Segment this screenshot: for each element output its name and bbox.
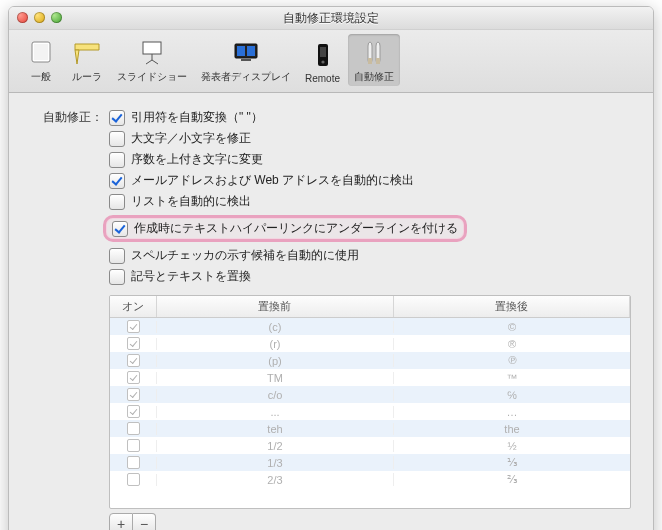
- table-row[interactable]: (c)©: [110, 318, 630, 335]
- cell-before[interactable]: c/o: [156, 389, 393, 401]
- checkbox-label: スペルチェッカの示す候補を自動的に使用: [131, 247, 359, 264]
- svg-line-6: [146, 60, 152, 64]
- remote-icon: [307, 39, 339, 71]
- toolbar-tab-presenter[interactable]: 発表者ディスプレイ: [195, 34, 297, 86]
- row-enable-checkbox[interactable]: [127, 337, 140, 350]
- header-before[interactable]: 置換前: [157, 296, 394, 317]
- table-row[interactable]: 1/2½: [110, 437, 630, 454]
- row-enable-checkbox[interactable]: [127, 320, 140, 333]
- toolbar-tab-autofix[interactable]: 自動修正: [348, 34, 400, 86]
- close-button[interactable]: [17, 12, 28, 23]
- minimize-button[interactable]: [34, 12, 45, 23]
- row-enable-checkbox[interactable]: [127, 473, 140, 486]
- zoom-button[interactable]: [51, 12, 62, 23]
- cell-after[interactable]: ½: [393, 440, 630, 452]
- toolbar-tab-remote[interactable]: Remote: [299, 37, 346, 86]
- checkbox-label: リストを自動的に検出: [131, 193, 251, 210]
- checkbox-fix-case[interactable]: [109, 131, 125, 147]
- cell-after[interactable]: ®: [393, 338, 630, 350]
- checkbox-label: メールアドレスおよび Web アドレスを自動的に検出: [131, 172, 414, 189]
- svg-rect-9: [237, 46, 245, 56]
- cell-before[interactable]: TM: [156, 372, 393, 384]
- row-enable-checkbox[interactable]: [127, 388, 140, 401]
- cell-before[interactable]: 1/3: [156, 457, 393, 469]
- svg-rect-11: [241, 59, 251, 61]
- toolbar-tab-label: ルーラ: [72, 70, 102, 84]
- toolbar-tab-label: 一般: [31, 70, 51, 84]
- ruler-icon: [71, 36, 103, 68]
- cell-after[interactable]: ©: [393, 321, 630, 333]
- header-on[interactable]: オン: [110, 296, 157, 317]
- svg-rect-10: [247, 46, 255, 56]
- table-row[interactable]: ...…: [110, 403, 630, 420]
- general-icon: [25, 36, 57, 68]
- cell-before[interactable]: (r): [156, 338, 393, 350]
- svg-rect-13: [320, 47, 326, 57]
- titlebar: 自動修正環境設定: [9, 7, 653, 30]
- row-enable-checkbox[interactable]: [127, 371, 140, 384]
- table-body[interactable]: (c)©(r)®(p)℗TM™c/o℅...…tehthe1/2½1/3⅓2/3…: [110, 318, 630, 508]
- checkbox-detect-lists[interactable]: [109, 194, 125, 210]
- row-enable-checkbox[interactable]: [127, 354, 140, 367]
- checkbox-label: 大文字／小文字を修正: [131, 130, 251, 147]
- cell-after[interactable]: …: [393, 406, 630, 418]
- table-row[interactable]: (p)℗: [110, 352, 630, 369]
- row-enable-checkbox[interactable]: [127, 456, 140, 469]
- checkbox-superscript[interactable]: [109, 152, 125, 168]
- cell-after[interactable]: ⅓: [393, 456, 630, 469]
- row-enable-checkbox[interactable]: [127, 439, 140, 452]
- svg-rect-16: [376, 58, 380, 64]
- checkbox-label: 記号とテキストを置換: [131, 268, 251, 285]
- check-row-spell-suggest: スペルチェッカの示す候補を自動的に使用: [109, 245, 631, 266]
- preferences-toolbar: 一般ルーラスライドショー発表者ディスプレイRemote自動修正: [9, 30, 653, 93]
- checkbox-smart-quotes[interactable]: [109, 110, 125, 126]
- check-row-replace-text: 記号とテキストを置換: [109, 266, 631, 287]
- table-row[interactable]: 1/3⅓: [110, 454, 630, 471]
- toolbar-tab-label: 発表者ディスプレイ: [201, 70, 291, 84]
- table-row[interactable]: tehthe: [110, 420, 630, 437]
- cell-before[interactable]: 1/2: [156, 440, 393, 452]
- check-row-fix-case: 大文字／小文字を修正: [109, 128, 631, 149]
- cell-before[interactable]: 2/3: [156, 474, 393, 486]
- check-row-smart-quotes: 引用符を自動変換（" "）: [109, 107, 631, 128]
- cell-after[interactable]: ℅: [393, 389, 630, 401]
- toolbar-tab-ruler[interactable]: ルーラ: [65, 34, 109, 86]
- table-row[interactable]: (r)®: [110, 335, 630, 352]
- check-row-detect-links: メールアドレスおよび Web アドレスを自動的に検出: [109, 170, 631, 191]
- cell-before[interactable]: (p): [156, 355, 393, 367]
- table-row[interactable]: 2/3⅔: [110, 471, 630, 488]
- replacement-table: オン 置換前 置換後 (c)©(r)®(p)℗TM™c/o℅...…tehthe…: [109, 295, 631, 509]
- window-title: 自動修正環境設定: [9, 10, 653, 27]
- checkbox-replace-text[interactable]: [109, 269, 125, 285]
- toolbar-tab-label: スライドショー: [117, 70, 187, 84]
- row-enable-checkbox[interactable]: [127, 422, 140, 435]
- cell-before[interactable]: ...: [156, 406, 393, 418]
- header-after[interactable]: 置換後: [394, 296, 631, 317]
- cell-after[interactable]: ™: [393, 372, 630, 384]
- checkbox-detect-links[interactable]: [109, 173, 125, 189]
- cell-before[interactable]: (c): [156, 321, 393, 333]
- cell-before[interactable]: teh: [156, 423, 393, 435]
- toolbar-tab-label: Remote: [305, 73, 340, 84]
- remove-row-button[interactable]: −: [133, 513, 156, 530]
- row-enable-checkbox[interactable]: [127, 405, 140, 418]
- presenter-icon: [230, 36, 262, 68]
- checkbox-underline-links[interactable]: [112, 221, 128, 237]
- cell-after[interactable]: ℗: [393, 354, 630, 367]
- section-label: 自動修正：: [31, 107, 109, 530]
- checkbox-spell-suggest[interactable]: [109, 248, 125, 264]
- cell-after[interactable]: ⅔: [393, 473, 630, 486]
- toolbar-tab-slideshow[interactable]: スライドショー: [111, 34, 193, 86]
- table-row[interactable]: c/o℅: [110, 386, 630, 403]
- svg-rect-1: [34, 44, 48, 60]
- checkbox-label: 序数を上付き文字に変更: [131, 151, 263, 168]
- traffic-lights: [17, 12, 62, 23]
- cell-after[interactable]: the: [393, 423, 630, 435]
- checkbox-list: 引用符を自動変換（" "）大文字／小文字を修正序数を上付き文字に変更メールアドレ…: [109, 107, 631, 530]
- table-header: オン 置換前 置換後: [110, 296, 630, 318]
- table-row[interactable]: TM™: [110, 369, 630, 386]
- add-row-button[interactable]: +: [109, 513, 133, 530]
- check-row-superscript: 序数を上付き文字に変更: [109, 149, 631, 170]
- toolbar-tab-general[interactable]: 一般: [19, 34, 63, 86]
- preferences-window: 自動修正環境設定 一般ルーラスライドショー発表者ディスプレイRemote自動修正…: [8, 6, 654, 530]
